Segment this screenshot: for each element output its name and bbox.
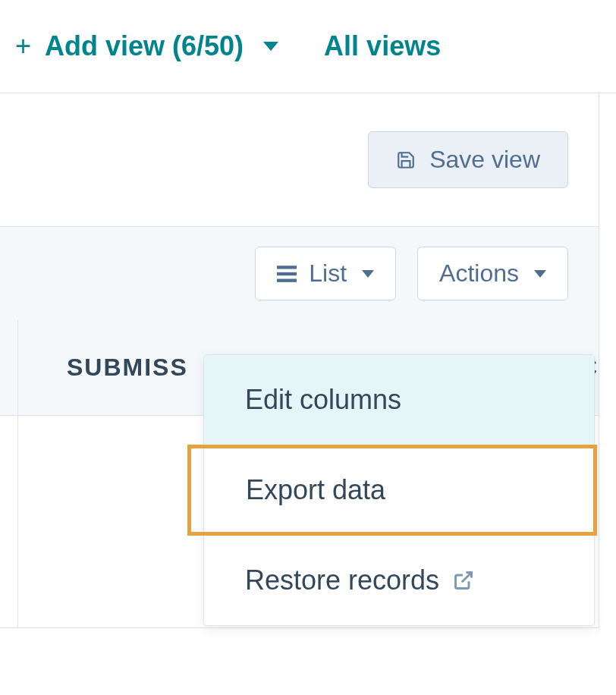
dropdown-item-edit-columns[interactable]: Edit columns — [204, 355, 594, 445]
svg-rect-1 — [277, 272, 297, 275]
svg-line-3 — [462, 573, 472, 583]
list-button-label: List — [309, 259, 347, 288]
save-view-label: Save view — [429, 146, 540, 174]
list-view-button[interactable]: List — [255, 247, 396, 300]
list-icon — [277, 266, 297, 282]
caret-down-icon — [362, 270, 374, 278]
actions-dropdown-menu: Edit columns Export data Restore records — [203, 354, 595, 626]
add-view-label: Add view (6/50) — [45, 30, 244, 62]
caret-down-icon — [263, 42, 278, 51]
all-views-link[interactable]: All views — [324, 30, 441, 62]
column-header-label: SUBMISS — [67, 354, 188, 381]
add-view-button[interactable]: + Add view (6/50) — [15, 30, 278, 62]
plus-icon: + — [15, 30, 31, 62]
dropdown-item-label: Export data — [246, 474, 385, 506]
all-views-label: All views — [324, 30, 441, 61]
svg-rect-2 — [277, 278, 297, 281]
caret-down-icon — [534, 270, 546, 278]
actions-button-label: Actions — [439, 259, 519, 288]
save-view-section: Save view — [0, 93, 599, 227]
actions-button[interactable]: Actions — [417, 247, 568, 300]
external-link-icon — [453, 570, 474, 591]
dropdown-item-export-data[interactable]: Export data — [187, 445, 597, 536]
dropdown-item-restore-records[interactable]: Restore records — [204, 536, 594, 625]
save-icon — [396, 150, 416, 170]
table-cell-spacer — [0, 416, 18, 627]
svg-rect-0 — [277, 266, 297, 269]
dropdown-item-label: Restore records — [245, 564, 439, 596]
save-view-button[interactable]: Save view — [368, 131, 568, 188]
top-bar: + Add view (6/50) All views — [0, 0, 616, 93]
toolbar-section: List Actions — [0, 227, 599, 320]
dropdown-item-label: Edit columns — [245, 384, 401, 416]
table-cell-spacer — [0, 320, 18, 415]
